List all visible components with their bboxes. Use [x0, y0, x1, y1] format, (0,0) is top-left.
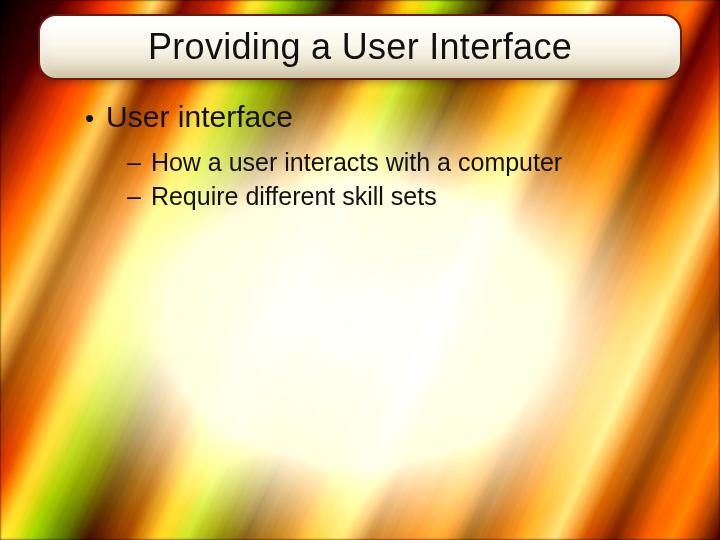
list-item-label: Require different skill sets [151, 180, 437, 214]
background-light-streaks [0, 0, 720, 540]
dash-icon: – [127, 180, 141, 214]
list-item-label: How a user interacts with a computer [151, 146, 562, 180]
sub-list: – How a user interacts with a computer –… [127, 146, 660, 214]
slide-title: Providing a User Interface [148, 26, 572, 68]
slide-body: • User interface – How a user interacts … [85, 100, 660, 214]
dash-icon: – [127, 146, 141, 180]
title-bar: Providing a User Interface [38, 14, 682, 80]
list-item: – Require different skill sets [127, 180, 660, 214]
bullet-icon: • [85, 105, 94, 131]
list-item: – How a user interacts with a computer [127, 146, 660, 180]
list-item-label: User interface [106, 100, 293, 134]
list-item: • User interface [85, 100, 660, 134]
